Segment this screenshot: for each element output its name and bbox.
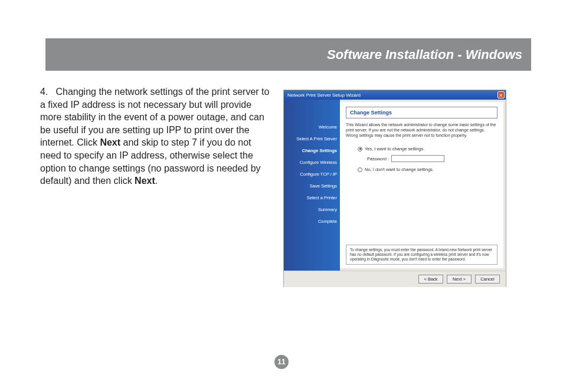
sidebar-item-change-settings[interactable]: Change Settings [302, 148, 337, 153]
radio-yes-icon[interactable] [358, 147, 362, 151]
page-title: Software Installation - Windows [327, 47, 522, 62]
password-label: Password : [367, 156, 389, 162]
option-no-label: No, I don't want to change settings. [365, 167, 434, 172]
option-yes-row[interactable]: Yes, I want to change settings. [358, 146, 497, 151]
option-yes-label: Yes, I want to change settings. [365, 146, 424, 151]
wizard-titlebar: Network Print Server Setup Wizard ✕ [284, 90, 506, 100]
radio-no-icon[interactable] [358, 167, 362, 172]
page-number-badge: 11 [274, 355, 289, 369]
content-description: This Wizard allows the network administr… [346, 122, 497, 138]
step-text-end: . [155, 176, 158, 186]
sidebar-item-select-print-server[interactable]: Select A Print Server [296, 136, 337, 141]
wizard-sidebar: Welcome Select A Print Server Change Set… [284, 100, 340, 271]
wizard-body: Welcome Select A Print Server Change Set… [284, 100, 506, 271]
sidebar-item-save-settings[interactable]: Save Settings [310, 183, 337, 189]
header-bar: Software Installation - Windows [45, 38, 531, 71]
instruction-step: 4. Changing the network settings of the … [40, 85, 270, 187]
password-note: To change settings, you must enter the p… [346, 245, 497, 265]
option-no-row[interactable]: No, I don't want to change settings. [358, 167, 497, 172]
wizard-window: Network Print Server Setup Wizard ✕ Welc… [283, 90, 506, 287]
next-button[interactable]: Next > [447, 275, 472, 284]
sidebar-item-welcome[interactable]: Welcome [319, 124, 337, 130]
sidebar-item-configure-wireless[interactable]: Configure Wireless [300, 160, 337, 165]
bold-next-2: Next [135, 176, 155, 186]
sidebar-item-configure-tcpip[interactable]: Configure TCP / IP [300, 172, 337, 177]
password-input[interactable] [391, 155, 444, 162]
wizard-title: Network Print Server Setup Wizard [287, 93, 361, 98]
page-number: 11 [277, 358, 285, 366]
content-heading: Change Settings [350, 110, 493, 116]
password-row: Password : [367, 155, 497, 162]
cancel-button[interactable]: Cancel [475, 275, 500, 284]
content-title-box: Change Settings [346, 107, 497, 118]
wizard-button-bar: < Back Next > Cancel [284, 271, 506, 287]
bold-next-1: Next [100, 137, 120, 147]
sidebar-item-summary[interactable]: Summary [318, 207, 337, 212]
wizard-content: Change Settings This Wizard allows the n… [340, 102, 503, 268]
sidebar-item-complete[interactable]: Complete [318, 219, 337, 224]
step-number: 4. [40, 85, 53, 98]
sidebar-item-select-printer[interactable]: Select a Printer [307, 195, 337, 200]
back-button[interactable]: < Back [418, 275, 443, 284]
close-icon[interactable]: ✕ [497, 91, 505, 98]
